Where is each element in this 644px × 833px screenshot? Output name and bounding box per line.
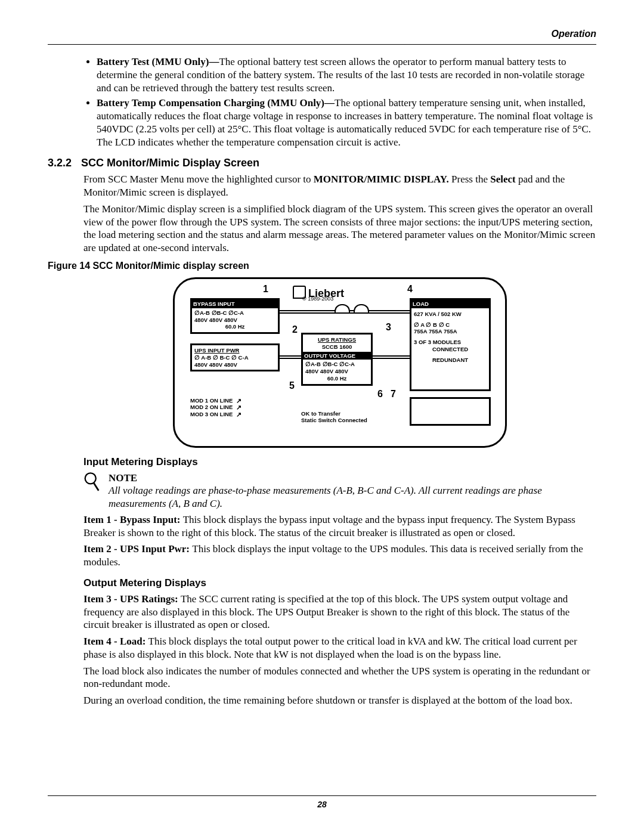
figure-caption: Figure 14 SCC Monitor/Mimic display scre… bbox=[48, 261, 596, 271]
section-heading: 3.2.2 SCC Monitor/Mimic Display Screen bbox=[48, 157, 596, 169]
section-title: SCC Monitor/Mimic Display Screen bbox=[81, 157, 259, 169]
ups-input-title: UPS INPUT PWR bbox=[194, 347, 275, 354]
arrow-icon: ↗ bbox=[236, 411, 242, 418]
load-title: LOAD bbox=[411, 300, 489, 308]
para-intro: From SCC Master Menu move the highlighte… bbox=[83, 173, 596, 199]
callout-4: 4 bbox=[407, 284, 413, 295]
para-desc: The Monitor/Mimic display screen is a si… bbox=[83, 203, 596, 255]
callout-6: 6 bbox=[377, 389, 383, 400]
load-phases: ∅ A ∅ B ∅ C bbox=[414, 321, 487, 329]
header-rule bbox=[48, 44, 596, 45]
bypass-phases: ∅A-B ∅B-C ∅C-A bbox=[194, 309, 275, 317]
ups-input-volts: 480V 480V 480V bbox=[194, 361, 275, 368]
item-4: Item 4 - Load: This block displays the t… bbox=[83, 635, 596, 661]
bullet-1-lead: Battery Test (MMU Only)— bbox=[97, 56, 219, 67]
heading-input-metering: Input Metering Displays bbox=[83, 456, 596, 468]
bypass-input-box: BYPASS INPUT ∅A-B ∅B-C ∅C-A 480V 480V 48… bbox=[190, 298, 280, 335]
load-power: 627 KVA / 502 KW bbox=[414, 311, 487, 318]
load-mods: 3 OF 3 MODULES bbox=[414, 339, 487, 346]
load-redundant: REDUNDANT bbox=[414, 357, 487, 364]
header-section: Operation bbox=[48, 29, 596, 39]
callout-5: 5 bbox=[289, 380, 295, 391]
ratings-phases: ∅A-B ∅B-C ∅C-A bbox=[305, 361, 369, 368]
page-footer: 28 bbox=[48, 795, 596, 809]
note-label: NOTE bbox=[109, 472, 596, 484]
callout-1: 1 bbox=[263, 284, 268, 295]
item-1: Item 1 - Bypass Input: This block displa… bbox=[83, 513, 596, 540]
module-status: MOD 1 ON LINE↗ MOD 2 ON LINE↗ MOD 3 ON L… bbox=[190, 397, 242, 417]
ups-input-box: UPS INPUT PWR ∅ A-B ∅ B-C ∅ C-A 480V 480… bbox=[190, 343, 280, 372]
line-ratings-to-load bbox=[373, 355, 410, 357]
status-box bbox=[410, 397, 491, 426]
ratings-title: UPS RATINGS bbox=[305, 336, 369, 343]
ratings-hz: 60.0 Hz bbox=[305, 375, 369, 382]
bypass-title: BYPASS INPUT bbox=[192, 300, 278, 308]
bullet-1: Battery Test (MMU Only)—The optional bat… bbox=[97, 55, 596, 94]
arrow-icon: ↗ bbox=[236, 404, 242, 411]
page-number: 28 bbox=[317, 800, 327, 809]
svg-point-0 bbox=[85, 473, 96, 484]
load-amps: 755A 755A 755A bbox=[414, 328, 487, 335]
arc-crossover-2 bbox=[354, 304, 369, 312]
ratings-model: SCCB 1600 bbox=[305, 343, 369, 351]
note-block: NOTE All voltage readings are phase-to-p… bbox=[83, 472, 596, 510]
bypass-volts: 480V 480V 480V bbox=[194, 317, 275, 324]
bullet-2: Battery Temp Compensation Charging (MMU … bbox=[97, 97, 596, 148]
para-load-3: During an overload condition, the time r… bbox=[83, 694, 596, 707]
bypass-hz: 60.0 Hz bbox=[194, 323, 275, 330]
item-2: Item 2 - UPS Input Pwr: This block displ… bbox=[83, 543, 596, 569]
mimic-diagram: Liebert © 1989-2003 1 4 2 3 5 6 7 BYPASS… bbox=[173, 277, 507, 448]
callout-3: 3 bbox=[386, 322, 391, 333]
load-connected: CONNECTED bbox=[414, 346, 487, 353]
bullet-2-lead: Battery Temp Compensation Charging (MMU … bbox=[97, 97, 335, 109]
section-number: 3.2.2 bbox=[48, 157, 72, 169]
callout-7: 7 bbox=[391, 389, 396, 400]
ups-input-phases: ∅ A-B ∅ B-C ∅ C-A bbox=[194, 354, 275, 361]
bullet-list: Battery Test (MMU Only)—The optional bat… bbox=[83, 55, 596, 148]
note-text: All voltage readings are phase-to-phase … bbox=[109, 484, 596, 510]
line-upsin-to-ratings bbox=[280, 355, 301, 357]
arc-crossover-1 bbox=[335, 304, 350, 312]
output-voltage-label: OUTPUT VOLTAGE bbox=[303, 352, 371, 360]
load-box: LOAD 627 KVA / 502 KW ∅ A ∅ B ∅ C 755A 7… bbox=[410, 298, 491, 391]
item-3: Item 3 - UPS Ratings: The SCC current ra… bbox=[83, 593, 596, 631]
transfer-status: OK to Transfer Static Switch Connected bbox=[301, 410, 367, 424]
svg-line-1 bbox=[94, 483, 98, 490]
ratings-volts: 480V 480V 480V bbox=[305, 368, 369, 375]
callout-2: 2 bbox=[292, 324, 298, 335]
para-load-2: The load block also indicates the number… bbox=[83, 665, 596, 691]
ups-ratings-box: UPS RATINGS SCCB 1600 OUTPUT VOLTAGE ∅A-… bbox=[301, 333, 373, 386]
magnifier-icon bbox=[83, 472, 101, 494]
heading-output-metering: Output Metering Displays bbox=[83, 577, 596, 589]
copyright: © 1989-2003 bbox=[302, 296, 333, 302]
